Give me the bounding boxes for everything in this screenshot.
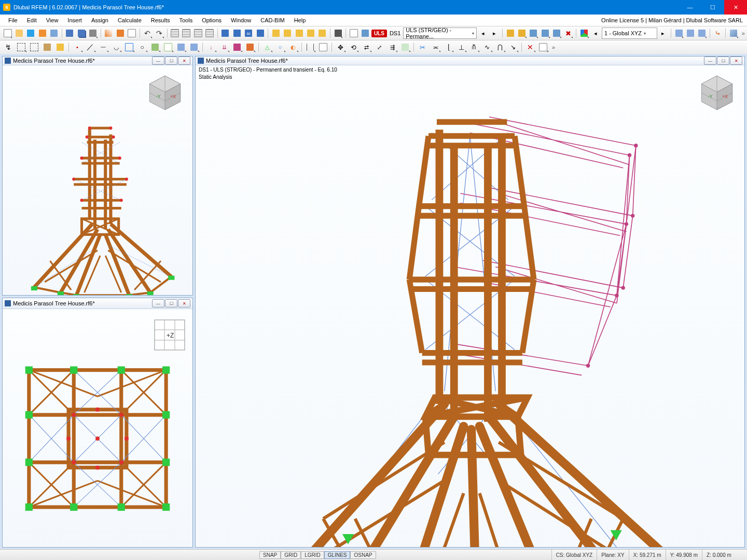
hinge-button[interactable]: ○: [274, 41, 286, 53]
select-win-button[interactable]: [15, 41, 27, 53]
menu-insert[interactable]: Insert: [63, 16, 86, 24]
panel-2-max-button[interactable]: ☐: [165, 299, 177, 307]
print-button[interactable]: [88, 27, 99, 39]
ucs-next-button[interactable]: ▸: [658, 27, 669, 39]
project-button[interactable]: ↘: [507, 41, 519, 53]
zoom-select-button[interactable]: [282, 27, 293, 39]
table-4-button[interactable]: [204, 27, 215, 39]
viewport-main[interactable]: DS1 - ULS (STR/GEO) - Permanent and tran…: [196, 65, 744, 548]
node-button[interactable]: •: [71, 41, 84, 53]
select-filter-button[interactable]: [54, 41, 66, 53]
snap-snap-button[interactable]: SNAP: [259, 551, 281, 559]
zoom-window-button[interactable]: [294, 27, 305, 39]
release-button[interactable]: ◐: [287, 41, 299, 53]
line-button[interactable]: ／: [84, 41, 96, 53]
loadcase-prev-button[interactable]: ◂: [477, 27, 488, 39]
screenshot-button[interactable]: [333, 27, 343, 39]
menu-assign[interactable]: Assign: [87, 16, 113, 24]
load-temp-button[interactable]: [244, 41, 256, 53]
surface-create-button[interactable]: [149, 41, 161, 53]
menu-cad-bim[interactable]: CAD-BIM: [256, 16, 288, 24]
viewport-1[interactable]: -Y +X: [3, 65, 192, 296]
loadcase-next-button[interactable]: ▸: [489, 27, 500, 39]
opening-button[interactable]: [162, 41, 174, 53]
list-button[interactable]: [127, 27, 137, 39]
block-button[interactable]: [25, 27, 36, 39]
table-1-button[interactable]: [169, 27, 180, 39]
solid-button[interactable]: [175, 41, 187, 53]
viewport-2[interactable]: +Z: [3, 309, 192, 547]
redo-button[interactable]: ↷: [154, 27, 164, 39]
menu-view[interactable]: View: [42, 16, 63, 24]
arc-button[interactable]: ◡: [110, 41, 122, 53]
select-view-button[interactable]: [41, 41, 53, 53]
result-5-button[interactable]: [551, 27, 562, 39]
loadcase-dlg-button[interactable]: [360, 27, 371, 39]
result-1-button[interactable]: [505, 27, 516, 39]
ucs-button[interactable]: [578, 27, 589, 39]
panel-2-min-button[interactable]: —: [152, 299, 164, 307]
member-button[interactable]: [103, 27, 114, 39]
panel-2-close-button[interactable]: ✕: [178, 299, 190, 307]
select-button[interactable]: ↯: [2, 41, 15, 53]
calc-sc-button[interactable]: sc: [243, 27, 254, 39]
calc-1-button[interactable]: [220, 27, 231, 39]
panel-3-max-button[interactable]: ☐: [717, 57, 729, 65]
extend-button[interactable]: ⊥: [455, 41, 467, 53]
loadcase-nav-button[interactable]: [348, 27, 359, 39]
snap-glines-button[interactable]: GLINES: [324, 551, 351, 559]
menu-file[interactable]: File: [4, 16, 22, 24]
surface-button[interactable]: [115, 27, 126, 39]
menu-calculate[interactable]: Calculate: [114, 16, 146, 24]
close-button[interactable]: ✕: [724, 0, 747, 15]
config-button[interactable]: [49, 27, 60, 39]
intersect-button[interactable]: ⋂: [494, 41, 506, 53]
nav-cube-main[interactable]: -Y +X: [697, 73, 737, 113]
dimension-button[interactable]: [304, 41, 316, 53]
calc-2-button[interactable]: [231, 27, 242, 39]
menu-help[interactable]: Help: [290, 16, 310, 24]
open-button[interactable]: [13, 27, 24, 39]
menu-window[interactable]: Window: [227, 16, 255, 24]
maximize-button[interactable]: ☐: [701, 0, 724, 15]
menu-results[interactable]: Results: [147, 16, 174, 24]
isometric-button[interactable]: [728, 27, 739, 39]
new-button[interactable]: [2, 27, 13, 39]
scale-button[interactable]: ⤢: [373, 41, 385, 53]
snap-lgrid-button[interactable]: LGRID: [301, 551, 324, 559]
trim-button[interactable]: ɭ: [442, 41, 454, 53]
rect-button[interactable]: [123, 41, 135, 53]
menu-tools[interactable]: Tools: [175, 16, 197, 24]
comment-button[interactable]: [317, 41, 329, 53]
circle-button[interactable]: ○: [136, 41, 148, 53]
divide-button[interactable]: ✂: [416, 41, 428, 53]
solid-cut-button[interactable]: [188, 41, 200, 53]
result-del-button[interactable]: ✖: [563, 27, 574, 39]
calc-run-button[interactable]: [255, 27, 266, 39]
toolbar-overflow-icon[interactable]: »: [742, 30, 745, 36]
mirror-button[interactable]: ⇄: [360, 41, 372, 53]
pan-button[interactable]: [305, 27, 316, 39]
split-button[interactable]: ∿: [481, 41, 493, 53]
rotate-button[interactable]: ⟲: [347, 41, 359, 53]
panel-3-min-button[interactable]: —: [704, 57, 716, 65]
table-3-button[interactable]: [192, 27, 203, 39]
join-button[interactable]: ⫚: [468, 41, 480, 53]
save-all-button[interactable]: [76, 27, 87, 39]
delete-button[interactable]: ✕: [524, 41, 536, 53]
extrude-button[interactable]: [399, 41, 411, 53]
connect-button[interactable]: ⫘: [429, 41, 441, 53]
save-button[interactable]: [64, 27, 75, 39]
support-button[interactable]: △: [261, 41, 273, 53]
snap-grid-button[interactable]: GRID: [281, 551, 301, 559]
table-2-button[interactable]: [181, 27, 192, 39]
model-button[interactable]: [37, 27, 48, 39]
toolbar-2-overflow-icon[interactable]: »: [552, 44, 555, 50]
number-button[interactable]: [537, 41, 549, 53]
panel-1-close-button[interactable]: ✕: [178, 57, 190, 65]
cs-combo[interactable]: 1 - Global XYZ▾: [602, 27, 657, 39]
panel-3-close-button[interactable]: ✕: [730, 57, 742, 65]
move-button[interactable]: ✥: [334, 41, 347, 53]
find-button[interactable]: ⤷: [712, 27, 723, 39]
minimize-button[interactable]: —: [679, 0, 701, 15]
